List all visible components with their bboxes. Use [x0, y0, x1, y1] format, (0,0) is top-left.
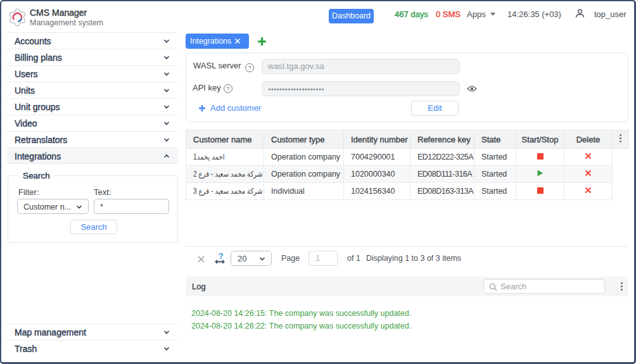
svg-text:?: ?: [219, 252, 223, 261]
